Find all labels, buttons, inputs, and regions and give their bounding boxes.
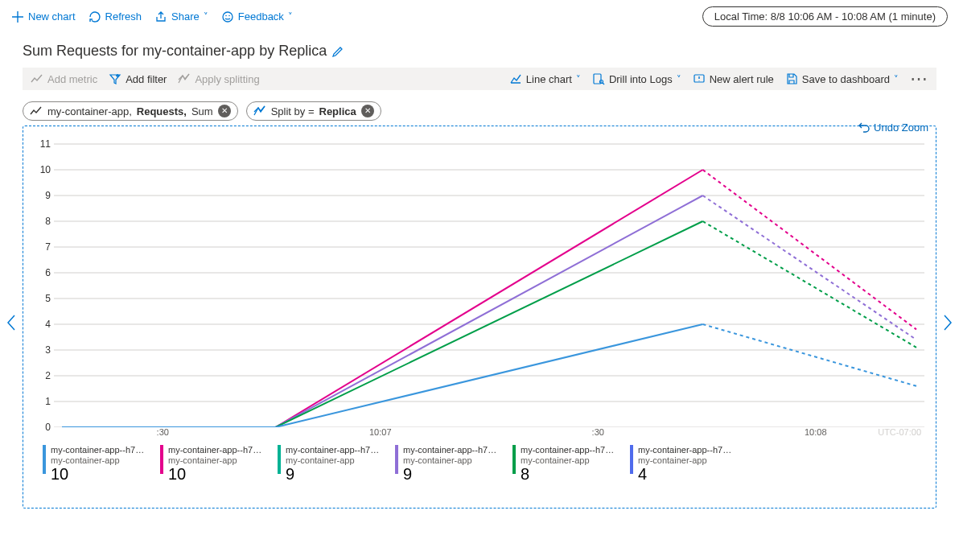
logs-icon [592,72,605,85]
alert-icon [693,72,706,85]
metric-icon [31,72,43,85]
legend-item[interactable]: my-container-app--h7… my-container-app 9 [278,445,389,484]
x-tick-label: 10:07 [369,427,392,437]
legend-item[interactable]: my-container-app--h7… my-container-app 9 [395,445,506,484]
legend-name: my-container-app--h7… [521,445,614,455]
metric-icon [30,105,43,117]
chevron-down-icon: ˅ [677,74,681,84]
chart-plot[interactable]: 01234567891011 [54,138,924,427]
x-tick-label: :30 [157,427,169,437]
legend-value: 9 [403,465,496,484]
split-icon [178,72,191,85]
y-tick-label: 11 [33,138,51,150]
legend-sub: my-container-app [51,455,144,466]
filter-icon [109,72,121,85]
legend-swatch [278,445,281,474]
refresh-button[interactable]: Refresh [88,10,142,23]
apply-splitting-button[interactable]: Apply splitting [178,72,259,85]
legend-sub: my-container-app [286,455,379,466]
legend-value: 9 [286,465,379,484]
y-tick-label: 8 [33,216,51,227]
chart-title-row: Sum Requests for my-container-app by Rep… [0,31,959,68]
smile-icon [221,10,234,23]
edit-icon[interactable] [331,45,344,58]
legend-swatch [512,445,516,474]
legend-sub: my-container-app [403,455,496,466]
share-icon [154,10,167,23]
legend-name: my-container-app--h7… [168,445,261,455]
remove-split-icon[interactable]: ✕ [361,105,374,117]
y-tick-label: 0 [33,422,51,433]
chevron-down-icon: ˅ [204,11,208,22]
y-tick-label: 2 [33,370,51,381]
new-alert-button[interactable]: New alert rule [693,72,774,85]
drill-logs-button[interactable]: Drill into Logs ˅ [592,72,681,85]
legend-swatch [630,445,633,474]
more-actions-button[interactable]: ⋯ [910,73,928,84]
add-filter-button[interactable]: Add filter [109,72,167,85]
share-button[interactable]: Share ˅ [154,10,208,23]
chart-type-button[interactable]: Line chart ˅ [509,72,581,85]
split-icon [253,105,266,117]
legend-item[interactable]: my-container-app--h7… my-container-app 8 [512,445,624,484]
y-tick-label: 6 [33,267,51,278]
x-tick-label: 10:08 [805,427,827,437]
y-tick-label: 4 [33,319,51,330]
legend-sub: my-container-app [521,455,614,466]
metric-pills-row: my-container-app, Requests, Sum ✕ Split … [0,90,959,126]
legend-value: 4 [638,465,731,484]
legend-swatch [395,445,398,474]
chart-toolbar: Add metric Add filter Apply splitting Li… [23,68,936,90]
remove-metric-icon[interactable]: ✕ [218,105,231,117]
legend-item[interactable]: my-container-app--h7… my-container-app 1… [43,445,154,484]
legend-name: my-container-app--h7… [638,445,731,455]
line-chart-icon [509,72,522,85]
x-tick-label: :30 [592,427,604,437]
legend-sub: my-container-app [168,455,261,466]
feedback-button[interactable]: Feedback ˅ [221,10,293,23]
y-tick-label: 10 [33,164,51,175]
chart-frame: 01234567891011 UTC-07:00 :3010:07:3010:0… [23,126,936,509]
legend-value: 8 [521,465,614,484]
legend-swatch [160,445,163,474]
prev-chart-button[interactable] [3,314,19,336]
legend-name: my-container-app--h7… [403,445,496,455]
next-chart-button[interactable] [940,314,956,336]
y-tick-label: 3 [33,344,51,356]
chevron-down-icon: ˅ [288,11,293,22]
svg-point-2 [228,14,230,16]
legend-value: 10 [51,465,144,484]
y-tick-label: 5 [33,293,51,304]
legend-value: 10 [168,465,261,484]
chevron-down-icon: ˅ [894,74,899,84]
legend-name: my-container-app--h7… [51,445,144,455]
metric-pill[interactable]: my-container-app, Requests, Sum ✕ [23,101,238,121]
legend: my-container-app--h7… my-container-app 1… [39,440,929,485]
save-dashboard-button[interactable]: Save to dashboard ˅ [785,72,899,85]
utc-label: UTC-07:00 [878,427,921,437]
y-tick-label: 1 [33,396,51,407]
time-range-pill[interactable]: Local Time: 8/8 10:06 AM - 10:08 AM (1 m… [702,6,948,27]
svg-point-0 [223,12,233,22]
chevron-down-icon: ˅ [576,74,581,84]
legend-swatch [43,445,46,474]
legend-name: my-container-app--h7… [286,445,379,455]
new-chart-button[interactable]: New chart [11,10,76,23]
legend-item[interactable]: my-container-app--h7… my-container-app 1… [160,445,271,484]
top-toolbar: New chart Refresh Share ˅ Feedback ˅ Loc… [0,0,959,31]
y-tick-label: 9 [33,190,51,201]
y-tick-label: 7 [33,241,51,253]
plus-icon [11,10,24,23]
chart-title: Sum Requests for my-container-app by Rep… [23,43,327,60]
save-icon [785,72,798,85]
add-metric-button[interactable]: Add metric [31,72,97,85]
legend-item[interactable]: my-container-app--h7… my-container-app 4 [630,445,741,484]
svg-point-1 [225,14,227,16]
legend-sub: my-container-app [638,455,731,466]
refresh-icon [88,10,101,23]
split-pill[interactable]: Split by = Replica ✕ [246,101,381,121]
